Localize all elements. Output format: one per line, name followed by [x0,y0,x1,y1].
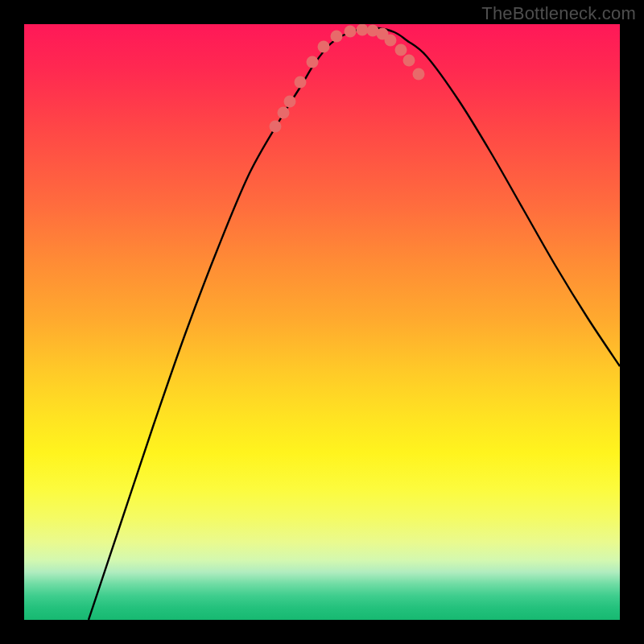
curve-marker [385,35,397,47]
curve-marker [345,26,357,38]
curve-marker [284,96,296,108]
curve-marker [395,44,407,56]
curve-marker [278,107,290,119]
marker-group [270,24,425,133]
curve-marker [403,55,415,67]
curve-marker [307,56,319,68]
curve-marker [295,76,307,89]
attribution-label: TheBottleneck.com [481,3,636,24]
curve-marker [357,24,369,36]
plot-area [24,24,620,620]
curve-marker [318,41,330,53]
bottleneck-curve [89,28,620,620]
chart-frame: TheBottleneck.com [0,0,644,644]
curve-marker [331,31,343,43]
curve-marker [270,121,282,133]
curve-svg [24,24,620,620]
curve-marker [413,68,425,80]
